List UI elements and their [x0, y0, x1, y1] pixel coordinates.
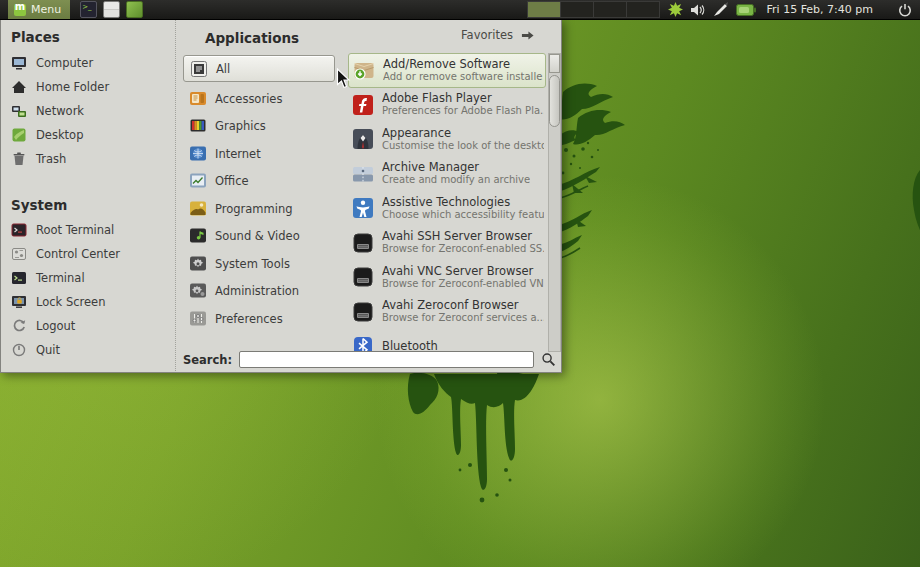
terminal-icon	[11, 270, 27, 286]
app-description: Preferences for Adobe Flash Pla...	[382, 105, 544, 117]
sidebar-item-computer[interactable]: Computer	[11, 51, 175, 75]
workspace-1[interactable]	[528, 2, 561, 17]
sidebar-item-label: Root Terminal	[36, 223, 114, 237]
battery-icon[interactable]	[736, 4, 756, 16]
menu-button[interactable]: Menu	[8, 0, 70, 19]
sidebar-item-label: Network	[36, 104, 84, 118]
mint-menu: Places Computer Home Folder Network Desk…	[0, 19, 562, 373]
all-categories-icon	[190, 60, 208, 78]
sidebar-item-network[interactable]: Network	[11, 99, 175, 123]
app-description: Create and modify an archive	[382, 174, 530, 186]
archive-manager-icon	[351, 162, 375, 186]
sidebar-item-label: Control Center	[36, 247, 120, 261]
sidebar-item-label: Desktop	[36, 128, 83, 142]
flash-player-icon	[351, 93, 375, 117]
app-name: Avahi VNC Server Browser	[382, 265, 544, 278]
mouse-cursor	[336, 68, 351, 90]
app-item-assistive-technologies[interactable]: Assistive Technologies Choose which acce…	[348, 191, 546, 226]
sidebar-item-lock-screen[interactable]: Lock Screen	[11, 290, 175, 314]
applications-column: Favorites Add/Remove Software Add or rem…	[345, 19, 563, 371]
category-label: Preferences	[215, 312, 283, 326]
app-description: Browse for Zeroconf services a...	[382, 312, 544, 324]
logout-icon	[11, 318, 27, 334]
search-bar: Search:	[183, 350, 556, 369]
sidebar-item-label: Trash	[36, 152, 66, 166]
workspace-switcher	[527, 1, 660, 18]
avahi-zeroconf-icon	[351, 300, 375, 324]
sidebar-item-logout[interactable]: Logout	[11, 314, 175, 338]
workspace-2[interactable]	[561, 2, 594, 17]
app-item-avahi-ssh-server-browser[interactable]: Avahi SSH Server Browser Browse for Zero…	[348, 226, 546, 261]
category-programming[interactable]: Programming	[177, 195, 345, 223]
search-input[interactable]	[239, 351, 534, 368]
app-item-archive-manager[interactable]: Archive Manager Create and modify an arc…	[348, 157, 546, 192]
search-label: Search:	[183, 353, 232, 367]
search-button[interactable]	[541, 352, 556, 367]
category-label: Sound & Video	[215, 229, 300, 243]
app-name: Archive Manager	[382, 161, 530, 174]
sidebar-item-label: Logout	[36, 319, 75, 333]
app-list-scrollbar[interactable]	[548, 53, 561, 352]
category-graphics[interactable]: Graphics	[177, 113, 345, 141]
workspace-4[interactable]	[627, 2, 659, 17]
control-center-icon	[11, 246, 27, 262]
category-label: Administration	[215, 284, 299, 298]
app-item-appearance[interactable]: Appearance Customise the look of the des…	[348, 122, 546, 157]
category-label: Internet	[215, 147, 261, 161]
category-office[interactable]: Office	[177, 168, 345, 196]
app-description: Browse for Zeroconf-enabled SS...	[382, 243, 544, 255]
accessories-icon	[189, 90, 207, 108]
sidebar-item-terminal[interactable]: Terminal	[11, 266, 175, 290]
category-label: All	[216, 62, 230, 76]
app-description: Choose which accessibility featu...	[382, 209, 544, 221]
root-terminal-icon	[11, 222, 27, 238]
favorites-arrow-icon	[520, 29, 535, 42]
stylus-icon[interactable]	[713, 2, 729, 17]
top-panel: Menu	[0, 0, 920, 20]
app-item-avahi-zeroconf-browser[interactable]: Avahi Zeroconf Browser Browse for Zeroco…	[348, 295, 546, 330]
app-description: Browse for Zeroconf-enabled VN...	[382, 278, 544, 290]
app-name: Adobe Flash Player	[382, 92, 544, 105]
text-editor-launcher-icon[interactable]	[126, 1, 143, 18]
volume-icon[interactable]	[690, 3, 706, 17]
category-internet[interactable]: Internet	[177, 140, 345, 168]
sidebar-item-desktop[interactable]: Desktop	[11, 123, 175, 147]
places-system-column: Places Computer Home Folder Network Desk…	[1, 19, 176, 371]
scrollbar-thumb[interactable]	[549, 75, 560, 127]
app-item-avahi-vnc-server-browser[interactable]: Avahi VNC Server Browser Browse for Zero…	[348, 260, 546, 295]
workspace-3[interactable]	[594, 2, 627, 17]
sidebar-item-trash[interactable]: Trash	[11, 147, 175, 171]
add-remove-software-icon	[352, 58, 376, 82]
sidebar-item-quit[interactable]: Quit	[11, 338, 175, 362]
app-item-add-remove-software[interactable]: Add/Remove Software Add or remove softwa…	[348, 53, 546, 88]
category-all[interactable]: All	[183, 55, 335, 82]
favorites-button[interactable]: Favorites	[461, 28, 535, 42]
quick-launchers	[80, 1, 143, 18]
sidebar-item-control-center[interactable]: Control Center	[11, 242, 175, 266]
category-accessories[interactable]: Accessories	[177, 85, 345, 113]
scrollbar-up-button[interactable]	[549, 54, 560, 73]
app-item-bluetooth[interactable]: Bluetooth	[348, 329, 546, 352]
app-name: Appearance	[382, 127, 544, 140]
updates-icon[interactable]	[668, 2, 683, 17]
sound-video-icon	[189, 227, 207, 245]
administration-icon	[189, 282, 207, 300]
sidebar-item-root-terminal[interactable]: Root Terminal	[11, 218, 175, 242]
power-icon[interactable]	[898, 3, 912, 17]
avahi-vnc-icon	[351, 265, 375, 289]
category-system-tools[interactable]: System Tools	[177, 250, 345, 278]
assistive-technologies-icon	[351, 196, 375, 220]
app-item-adobe-flash-player[interactable]: Adobe Flash Player Preferences for Adobe…	[348, 88, 546, 123]
category-preferences[interactable]: Preferences	[177, 305, 345, 333]
sidebar-item-label: Home Folder	[36, 80, 109, 94]
applications-title: Applications	[177, 30, 345, 46]
category-administration[interactable]: Administration	[177, 278, 345, 306]
terminal-launcher-icon[interactable]	[80, 1, 97, 18]
desktop: Menu	[0, 0, 920, 567]
app-description: Add or remove software installe...	[383, 71, 543, 83]
app-description: Customise the look of the desktop	[382, 140, 544, 152]
category-sound-video[interactable]: Sound & Video	[177, 223, 345, 251]
file-manager-launcher-icon[interactable]	[103, 1, 120, 18]
sidebar-item-home-folder[interactable]: Home Folder	[11, 75, 175, 99]
clock[interactable]: Fri 15 Feb, 7:40 pm	[767, 3, 873, 16]
